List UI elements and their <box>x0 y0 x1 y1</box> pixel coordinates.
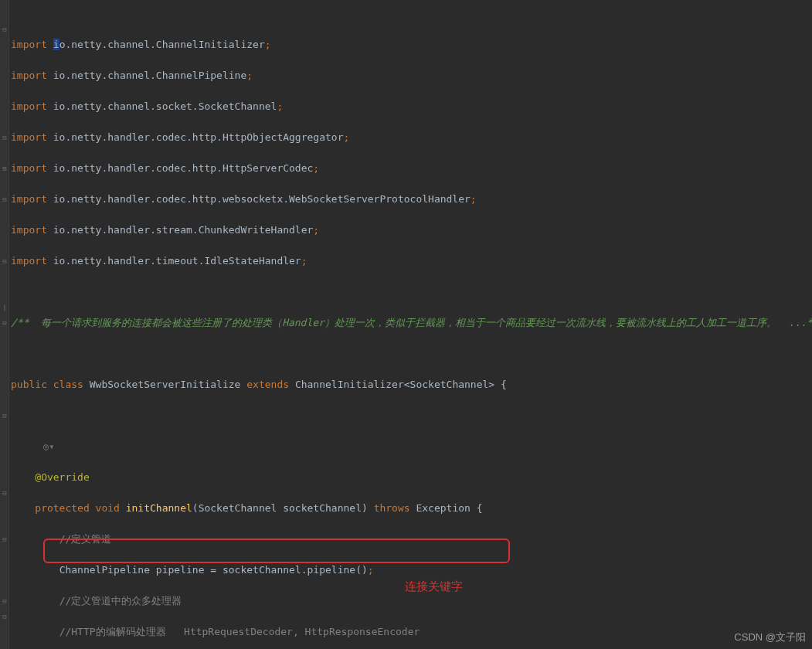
annotation-label: 连接关键字 <box>405 579 463 594</box>
import-path: o.netty.channel.ChannelInitializer <box>59 39 265 50</box>
import-line: import io.netty.handler.codec.http.HttpO… <box>11 130 812 145</box>
code-editor[interactable]: import io.netty.channel.ChannelInitializ… <box>11 22 812 649</box>
import-line: import io.netty.channel.ChannelInitializ… <box>11 37 812 53</box>
text-selection: i <box>53 39 59 50</box>
import-line: import io.netty.channel.ChannelPipeline; <box>11 68 812 83</box>
method-signature: protected void initChannel(SocketChannel… <box>11 501 812 516</box>
import-line: import io.netty.handler.codec.http.webso… <box>11 192 812 207</box>
import-line: import io.netty.handler.timeout.IdleStat… <box>11 253 812 269</box>
comment-line: //定义管道中的众多处理器 <box>11 593 812 609</box>
override-annotation: @Override <box>11 470 812 485</box>
import-keyword: import <box>11 39 47 50</box>
gutter-fold-icons: ⊟ ⊟ ⊞⊟ ⊟ |⊟ ⊟ ⊟ ⊟ ⊟⊟ <box>1 22 8 624</box>
watermark: CSDN @文子阳 <box>734 630 806 644</box>
import-line: import io.netty.handler.stream.ChunkedWr… <box>11 223 812 238</box>
comment-line: //HTTP的编解码处理器 HttpRequestDecoder, HttpRe… <box>11 624 812 640</box>
comment-line: //定义管道----------------------------------… <box>11 532 812 547</box>
import-line: import io.netty.handler.codec.http.HttpS… <box>11 161 812 176</box>
class-signature: public class WwbSocketServerInitialize e… <box>11 377 812 392</box>
class-doc-comment: /** 每一个请求到服务的连接都会被这些注册了的处理类（Handler）处理一次… <box>11 315 812 331</box>
icon-row: ◎▾ <box>11 439 812 454</box>
import-line: import io.netty.channel.socket.SocketCha… <box>11 99 812 114</box>
override-gutter-icon[interactable]: ◎▾ <box>43 439 54 454</box>
pipeline-declaration: ChannelPipeline pipeline = socketChannel… <box>11 562 812 578</box>
